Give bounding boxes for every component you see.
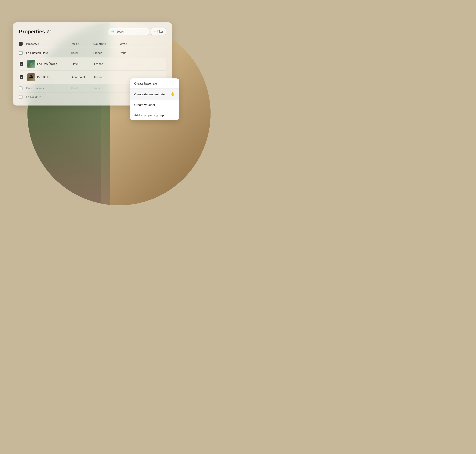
search-box[interactable]: 🔍 [108, 28, 149, 35]
menu-item-label: Add to property group [134, 114, 164, 117]
property-cell-1: Le Château Doré [26, 51, 71, 55]
row-checkbox-3[interactable] [20, 75, 23, 79]
property-thumb-3: 🏔 [27, 73, 35, 81]
menu-item-create-base-rate[interactable]: Create base rate [130, 78, 179, 89]
property-count: 81 [47, 29, 52, 35]
property-thumb-2: 🌴 [27, 60, 35, 68]
filter-icon: ≡ [154, 30, 156, 33]
panel-title: Properties 81 [19, 29, 52, 35]
property-cell-3: 🏔 Bec Brûlé [27, 73, 72, 81]
property-name-4: Porte Lavande [26, 87, 45, 90]
property-name-5: Le Roi d'Or [26, 95, 40, 98]
property-name-1: Le Château Doré [26, 51, 48, 55]
select-all-checkbox[interactable] [19, 42, 22, 46]
th-property[interactable]: Property ⇅ [26, 42, 71, 45]
search-input[interactable] [116, 30, 146, 33]
th-type-label: Type [71, 42, 77, 45]
panel-header: Properties 81 🔍 ≡ Filter [19, 28, 166, 35]
menu-item-add-to-property-group[interactable]: Add to property group [130, 110, 179, 120]
cursor-icon: 👆 [170, 92, 175, 96]
type-cell-2: Hotel [72, 62, 94, 66]
row-checkbox-5[interactable] [19, 95, 22, 99]
city-sort-icon: ⇅ [126, 43, 127, 45]
property-name-2: Lac Des Étoiles [37, 62, 57, 66]
table-header: Property ⇅ Type ⇅ Country ⇅ City ⇅ [19, 40, 166, 48]
palm-icon: 🌴 [29, 62, 33, 66]
menu-item-label: Create voucher [134, 103, 155, 106]
table-row[interactable]: 🌴 Lac Des Étoiles Hotel France [19, 57, 166, 71]
type-cell-1: Hotel [71, 51, 93, 55]
country-cell-2: France [94, 62, 121, 66]
row-checkbox-2[interactable] [20, 62, 23, 66]
context-menu: Create base rate Create dependent rate 👆… [130, 78, 179, 120]
country-sort-icon: ⇅ [104, 43, 106, 45]
filter-label: Filter [157, 30, 163, 33]
property-sort-icon: ⇅ [38, 43, 39, 45]
th-property-label: Property [26, 42, 37, 45]
country-cell-1: France [93, 51, 120, 55]
th-city-label: City [120, 42, 125, 45]
filter-button[interactable]: ≡ Filter [151, 28, 166, 35]
property-name-3: Bec Brûlé [37, 76, 50, 79]
th-country-label: Country [93, 42, 103, 45]
menu-item-label: Create dependent rate [134, 92, 165, 96]
search-icon: 🔍 [111, 30, 115, 33]
city-cell-1: Paris [120, 51, 144, 55]
th-checkbox [19, 42, 26, 46]
menu-item-create-dependent-rate[interactable]: Create dependent rate 👆 [130, 89, 179, 100]
property-cell-5: Le Roi d'Or [26, 95, 71, 98]
property-cell-4: Porte Lavande [26, 87, 71, 90]
type-cell-3: Aparthotel [72, 76, 94, 79]
table-row[interactable]: Le Château Doré Hotel France Paris [19, 49, 166, 57]
header-actions: 🔍 ≡ Filter [108, 28, 166, 35]
property-cell-2: 🌴 Lac Des Étoiles [27, 60, 72, 68]
type-cell-4: Hotel [71, 87, 93, 90]
country-cell-3: France [94, 76, 121, 79]
th-city[interactable]: City ⇅ [120, 42, 144, 45]
type-sort-icon: ⇅ [78, 43, 79, 45]
row-checkbox-1[interactable] [19, 51, 22, 55]
th-type[interactable]: Type ⇅ [71, 42, 93, 45]
row-checkbox-4[interactable] [19, 86, 22, 90]
menu-item-create-voucher[interactable]: Create voucher [130, 100, 179, 110]
title-text: Properties [19, 29, 45, 35]
country-cell-4: France [93, 87, 120, 90]
menu-item-label: Create base rate [134, 82, 157, 85]
th-country[interactable]: Country ⇅ [93, 42, 120, 45]
mountain-icon: 🏔 [29, 75, 33, 79]
